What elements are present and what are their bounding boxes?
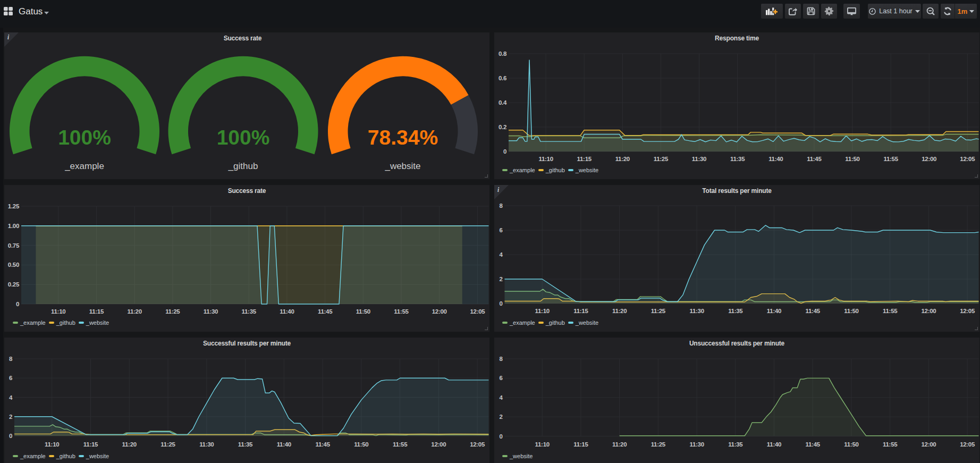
svg-text:11:55: 11:55 [394,308,409,315]
svg-text:12:00: 12:00 [921,441,936,448]
svg-text:11:25: 11:25 [160,441,175,448]
svg-text:2: 2 [499,276,502,282]
svg-text:11:15: 11:15 [89,308,104,315]
svg-text:11:50: 11:50 [354,441,368,448]
svg-text:4: 4 [499,394,503,401]
svg-text:11:50: 11:50 [845,156,859,162]
svg-text:11:55: 11:55 [883,308,898,314]
svg-text:0: 0 [499,433,502,440]
svg-text:11:30: 11:30 [204,308,218,315]
svg-text:0.75: 0.75 [8,242,20,249]
svg-text:11:30: 11:30 [689,308,704,314]
svg-text:6: 6 [9,375,12,381]
svg-text:0.2: 0.2 [499,124,506,130]
svg-text:12:00: 12:00 [921,308,936,314]
svg-text:11:40: 11:40 [277,441,291,448]
svg-text:11:20: 11:20 [612,308,627,314]
svg-text:11:40: 11:40 [768,156,783,162]
svg-text:0: 0 [499,300,502,307]
svg-text:0.8: 0.8 [499,50,507,57]
svg-text:11:40: 11:40 [767,308,781,314]
svg-text:11:50: 11:50 [356,308,370,315]
svg-text:11:10: 11:10 [45,441,59,448]
svg-text:11:40: 11:40 [280,308,294,315]
svg-text:11:45: 11:45 [807,156,822,162]
svg-text:11:50: 11:50 [844,308,858,314]
svg-text:11:35: 11:35 [238,441,253,448]
svg-text:11:25: 11:25 [651,441,666,448]
svg-text:11:55: 11:55 [393,441,408,448]
svg-text:11:20: 11:20 [122,441,137,448]
svg-text:11:45: 11:45 [315,441,330,448]
svg-text:11:45: 11:45 [806,308,821,314]
svg-text:2: 2 [499,414,502,420]
svg-text:11:10: 11:10 [535,441,550,448]
svg-text:12:05: 12:05 [470,308,485,315]
svg-text:11:50: 11:50 [844,441,858,448]
svg-text:11:10: 11:10 [538,156,553,162]
svg-text:11:30: 11:30 [199,441,214,448]
svg-text:8: 8 [499,356,503,362]
svg-text:11:45: 11:45 [806,441,821,448]
svg-text:11:15: 11:15 [577,156,592,162]
svg-text:11:10: 11:10 [51,308,65,315]
svg-text:11:35: 11:35 [242,308,257,315]
svg-text:11:25: 11:25 [165,308,180,315]
svg-text:11:15: 11:15 [83,441,98,448]
svg-text:0.25: 0.25 [8,281,20,288]
svg-text:8: 8 [9,356,13,362]
svg-text:6: 6 [499,375,502,381]
svg-text:0: 0 [503,148,506,155]
svg-text:0.6: 0.6 [499,75,506,81]
svg-text:11:45: 11:45 [318,308,333,315]
svg-text:4: 4 [499,251,503,258]
svg-text:1.00: 1.00 [8,223,19,229]
svg-text:12:05: 12:05 [960,156,975,162]
svg-text:11:55: 11:55 [883,441,898,448]
svg-text:1.25: 1.25 [8,203,20,209]
svg-text:11:30: 11:30 [689,441,704,448]
svg-text:12:00: 12:00 [431,441,446,448]
svg-text:11:35: 11:35 [730,156,745,162]
svg-text:11:35: 11:35 [728,308,743,314]
svg-text:11:25: 11:25 [651,308,666,314]
svg-text:11:25: 11:25 [654,156,669,162]
svg-text:11:35: 11:35 [728,441,743,448]
svg-text:2: 2 [9,414,12,420]
svg-text:11:20: 11:20 [127,308,141,315]
svg-text:11:20: 11:20 [615,156,630,162]
svg-text:6: 6 [499,227,502,233]
svg-text:11:15: 11:15 [573,308,588,314]
svg-text:12:00: 12:00 [432,308,447,315]
svg-text:4: 4 [9,394,13,401]
svg-text:12:00: 12:00 [922,156,936,162]
svg-text:0: 0 [9,433,12,439]
svg-text:11:40: 11:40 [767,441,781,448]
svg-text:0.50: 0.50 [8,262,19,268]
svg-text:11:15: 11:15 [573,441,588,448]
svg-text:8: 8 [499,203,503,209]
svg-text:11:10: 11:10 [535,308,550,314]
svg-text:11:30: 11:30 [692,156,706,162]
svg-text:0.4: 0.4 [499,99,507,106]
svg-text:12:05: 12:05 [470,441,485,448]
svg-text:0: 0 [16,301,19,307]
svg-text:12:05: 12:05 [960,308,975,314]
svg-text:12:05: 12:05 [960,441,975,448]
svg-text:11:55: 11:55 [883,156,898,162]
svg-text:11:20: 11:20 [612,441,627,448]
